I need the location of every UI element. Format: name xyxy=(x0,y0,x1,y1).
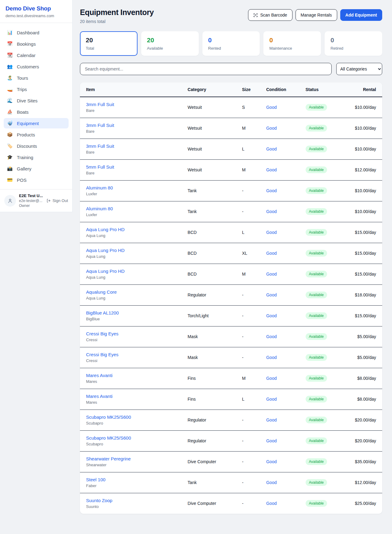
condition-cell: Good xyxy=(261,284,300,305)
table-row: Aqualung Core Aqua Lung Regulator - Good… xyxy=(80,284,382,305)
sidebar-item[interactable]: 🏷️ Discounts xyxy=(4,141,69,151)
item-name-link[interactable]: Suunto Zoop xyxy=(86,498,178,503)
stat-card[interactable]: 20 Total xyxy=(80,31,138,56)
size-cell: M xyxy=(237,264,261,284)
sidebar-item[interactable]: 📦 Products xyxy=(4,129,69,140)
item-name-link[interactable]: 5mm Full Suit xyxy=(86,164,178,170)
condition-link[interactable]: Good xyxy=(266,334,277,339)
item-name-link[interactable]: Cressi Big Eyes xyxy=(86,331,178,336)
page-title: Equipment Inventory xyxy=(80,8,154,17)
manage-rentals-button[interactable]: Manage Rentals xyxy=(296,9,337,21)
sidebar-item-icon: 🎓 xyxy=(7,154,13,160)
category-cell: Tank xyxy=(183,201,237,222)
sidebar-item[interactable]: 📆 Calendar xyxy=(4,50,69,60)
condition-link[interactable]: Good xyxy=(266,480,277,485)
size-cell: XL xyxy=(237,243,261,264)
table-row: 3mm Full Suit Bare Wetsuit L Good Availa… xyxy=(80,139,382,159)
stat-card[interactable]: 0 Retired xyxy=(325,31,382,56)
col-condition: Condition xyxy=(261,82,300,97)
sidebar-item-label: Dashboard xyxy=(17,30,39,35)
item-brand: Faber xyxy=(86,483,178,488)
condition-link[interactable]: Good xyxy=(266,459,277,464)
sign-out-label: Sign Out xyxy=(52,198,68,203)
search-input[interactable] xyxy=(80,63,332,75)
sign-out-button[interactable]: Sign Out xyxy=(46,198,68,203)
item-name-link[interactable]: Scubapro MK25/S600 xyxy=(86,414,178,420)
condition-cell: Good xyxy=(261,326,300,347)
condition-cell: Good xyxy=(261,368,300,389)
sidebar-item[interactable]: 🤿 Equipment xyxy=(4,118,69,128)
item-name-link[interactable]: Aluminum 80 xyxy=(86,206,178,211)
brand-title[interactable]: Demo Dive Shop xyxy=(6,5,67,12)
condition-link[interactable]: Good xyxy=(266,209,277,214)
item-name-link[interactable]: Aluminum 80 xyxy=(86,185,178,190)
condition-link[interactable]: Good xyxy=(266,313,277,318)
stat-label: Retired xyxy=(330,46,376,51)
item-name-link[interactable]: Mares Avanti xyxy=(86,373,178,378)
category-select[interactable]: All Categories xyxy=(336,63,382,75)
item-name-link[interactable]: Aqua Lung Pro HD xyxy=(86,248,178,253)
condition-link[interactable]: Good xyxy=(266,397,277,402)
stat-card[interactable]: 20 Available xyxy=(141,31,199,56)
item-name-link[interactable]: 3mm Full Suit xyxy=(86,123,178,128)
sidebar-item-icon: ⛵ xyxy=(7,109,13,115)
condition-link[interactable]: Good xyxy=(266,126,277,131)
condition-link[interactable]: Good xyxy=(266,230,277,235)
item-name-link[interactable]: 3mm Full Suit xyxy=(86,102,178,107)
table-row: Mares Avanti Mares Fins M Good Available… xyxy=(80,368,382,389)
condition-link[interactable]: Good xyxy=(266,167,277,172)
size-cell: L xyxy=(237,222,261,243)
table-row: 3mm Full Suit Bare Wetsuit S Good Availa… xyxy=(80,97,382,118)
barcode-scan-icon xyxy=(253,13,258,17)
item-cell: BigBlue AL1200 BigBlue xyxy=(80,305,183,326)
rental-cell: $20.00/day xyxy=(349,430,382,451)
sidebar-item[interactable]: 🏝️ Tours xyxy=(4,73,69,83)
sidebar-item[interactable]: 📸 Gallery xyxy=(4,163,69,174)
sidebar-item[interactable]: 🚤 Trips xyxy=(4,84,69,94)
condition-link[interactable]: Good xyxy=(266,418,277,422)
user-role: Owner xyxy=(19,204,43,208)
sidebar-item[interactable]: 📊 Dashboard xyxy=(4,27,69,38)
item-name-link[interactable]: Scubapro MK25/S600 xyxy=(86,435,178,441)
rental-cell: $25.00/day xyxy=(349,493,382,514)
stat-card[interactable]: 0 Rented xyxy=(202,31,260,56)
condition-link[interactable]: Good xyxy=(266,105,277,110)
sidebar-item-icon: 📸 xyxy=(7,166,13,171)
item-name-link[interactable]: Aqualung Core xyxy=(86,289,178,295)
item-name-link[interactable]: Aqua Lung Pro HD xyxy=(86,227,178,232)
item-name-link[interactable]: 3mm Full Suit xyxy=(86,143,178,149)
status-badge: Available xyxy=(306,208,327,215)
sidebar-item[interactable]: ⛵ Boats xyxy=(4,107,69,117)
sidebar-item[interactable]: 🎓 Training xyxy=(4,152,69,162)
item-name-link[interactable]: BigBlue AL1200 xyxy=(86,310,178,315)
condition-link[interactable]: Good xyxy=(266,147,277,151)
stat-value: 0 xyxy=(330,36,376,44)
condition-link[interactable]: Good xyxy=(266,251,277,256)
item-name-link[interactable]: Mares Avanti xyxy=(86,394,178,399)
sidebar-item[interactable]: 💳 POS xyxy=(4,175,69,185)
status-cell: Available xyxy=(301,243,349,264)
item-name-link[interactable]: Cressi Big Eyes xyxy=(86,352,178,357)
condition-link[interactable]: Good xyxy=(266,292,277,297)
stat-label: Rented xyxy=(208,46,254,51)
add-equipment-button[interactable]: Add Equipment xyxy=(340,9,382,21)
sidebar-item[interactable]: 🌊 Dive Sites xyxy=(4,95,69,106)
condition-link[interactable]: Good xyxy=(266,376,277,381)
scan-barcode-button[interactable]: Scan Barcode xyxy=(248,9,292,21)
condition-link[interactable]: Good xyxy=(266,355,277,360)
condition-link[interactable]: Good xyxy=(266,188,277,193)
sidebar-item-label: Dive Sites xyxy=(17,98,38,103)
item-name-link[interactable]: Steel 100 xyxy=(86,477,178,482)
item-name-link[interactable]: Aqua Lung Pro HD xyxy=(86,269,178,274)
item-name-link[interactable]: Shearwater Peregrine xyxy=(86,456,178,461)
condition-cell: Good xyxy=(261,451,300,472)
condition-link[interactable]: Good xyxy=(266,501,277,506)
sidebar-item-label: Equipment xyxy=(17,121,39,126)
sidebar-item[interactable]: 👥 Customers xyxy=(4,61,69,72)
stat-card[interactable]: 0 Maintenance xyxy=(263,31,321,56)
condition-link[interactable]: Good xyxy=(266,272,277,277)
sidebar-item[interactable]: 📅 Bookings xyxy=(4,39,69,49)
condition-link[interactable]: Good xyxy=(266,438,277,443)
person-icon xyxy=(7,198,13,204)
col-size: Size xyxy=(237,82,261,97)
